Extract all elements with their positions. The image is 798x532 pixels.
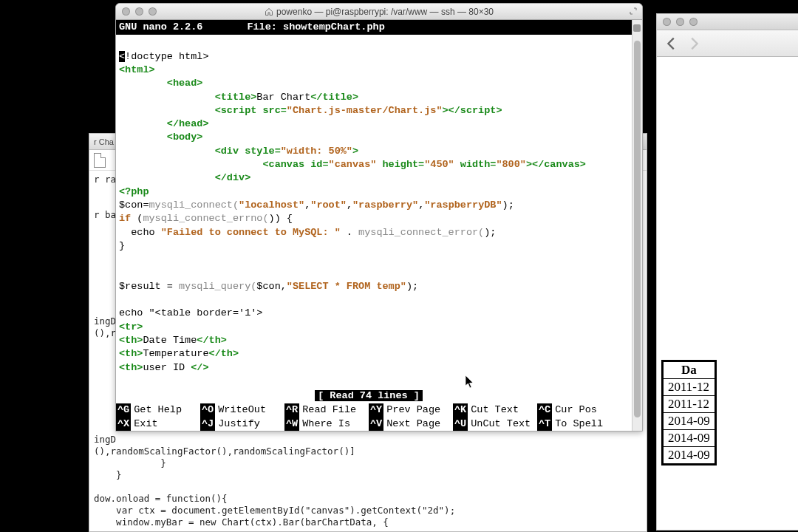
scroll-thumb[interactable] — [634, 41, 641, 417]
text-cursor: < — [119, 51, 125, 62]
shortcut-justify: ^JJustify — [200, 417, 284, 431]
bg-browser-content: Da 2011-12 2011-12 2014-09 2014-09 2014-… — [657, 57, 798, 530]
window-title: powenko — pi@raspberrypi: /var/www — ssh… — [116, 7, 642, 17]
terminal-content[interactable]: GNU nano 2.2.6 File: showtempChart.php <… — [116, 20, 632, 431]
table-row: 2014-09 — [663, 447, 716, 465]
shortcut-nextpage: ^VNext Page — [369, 417, 453, 431]
nano-version: GNU nano 2.2.6 — [119, 21, 202, 34]
nano-status: [ Read 74 lines ] — [116, 389, 621, 403]
shortcut-writeout: ^OWriteOut — [200, 403, 284, 417]
table-row: 2014-09 — [663, 413, 716, 430]
table-row: 2014-09 — [663, 430, 716, 447]
nano-header: GNU nano 2.2.6 File: showtempChart.php — [116, 20, 632, 35]
terminal-body: GNU nano 2.2.6 File: showtempChart.php <… — [116, 20, 642, 431]
home-icon — [265, 7, 273, 16]
table-row: 2011-12 — [663, 396, 716, 413]
data-table: Da 2011-12 2011-12 2014-09 2014-09 2014-… — [661, 360, 717, 466]
maximize-icon[interactable] — [689, 18, 698, 26]
shortcut-cut: ^KCut Text — [453, 403, 537, 417]
background-browser-window: Da 2011-12 2011-12 2014-09 2014-09 2014-… — [656, 13, 798, 531]
scroll-corner-icon — [633, 24, 641, 32]
back-icon[interactable] — [663, 35, 681, 52]
shortcut-uncut: ^UUnCut Text — [453, 417, 537, 431]
bg-browser-toolbar — [657, 30, 798, 57]
close-icon[interactable] — [663, 18, 671, 26]
minimize-icon[interactable] — [676, 18, 684, 26]
code-editor-area[interactable]: <!doctype html> <html> <head> <title>Bar… — [116, 35, 632, 375]
shortcut-help: ^GGet Help — [116, 403, 200, 417]
terminal-window: powenko — pi@raspberrypi: /var/www — ssh… — [115, 3, 643, 432]
shortcut-whereis: ^WWhere Is — [284, 417, 369, 431]
shortcut-curpos: ^CCur Pos — [537, 403, 621, 417]
window-titlebar[interactable]: powenko — pi@raspberrypi: /var/www — ssh… — [116, 4, 642, 20]
bg-browser-titlebar — [657, 14, 798, 30]
shortcut-exit: ^XExit — [116, 417, 200, 431]
document-icon — [94, 153, 106, 168]
forward-icon[interactable] — [685, 35, 703, 52]
nano-file: File: showtempChart.php — [247, 21, 629, 34]
shortcut-spell: ^TTo Spell — [537, 417, 621, 431]
table-header: Da — [663, 361, 716, 379]
fullscreen-icon[interactable] — [629, 7, 638, 16]
mouse-cursor-icon — [466, 375, 474, 389]
shortcut-prevpage: ^YPrev Page — [369, 403, 453, 417]
shortcut-readfile: ^RRead File — [284, 403, 369, 417]
scrollbar[interactable] — [632, 20, 642, 431]
table-row: 2011-12 — [663, 379, 716, 396]
nano-shortcuts: ^GGet Help ^OWriteOut ^RRead File ^YPrev… — [116, 403, 621, 431]
